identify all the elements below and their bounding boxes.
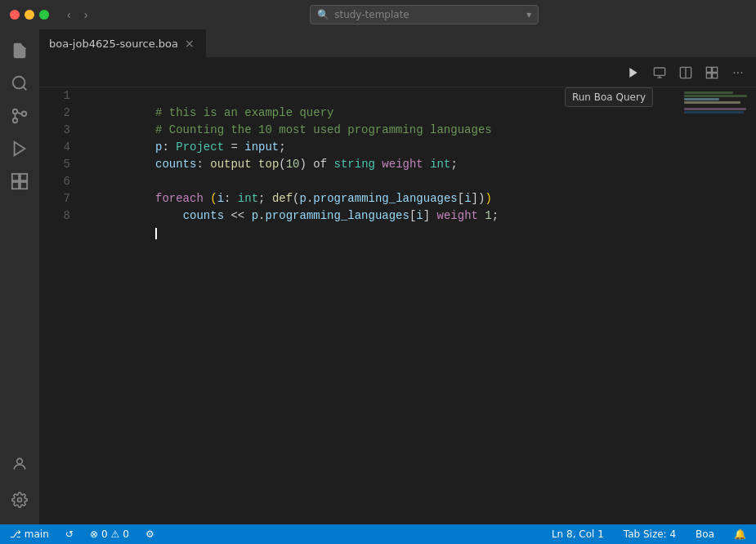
title-bar: ‹ › 🔍 study-template ▾ bbox=[0, 0, 756, 29]
minimap-line-1 bbox=[684, 91, 733, 94]
svg-rect-22 bbox=[706, 73, 711, 78]
sync-icon: ↺ bbox=[65, 528, 74, 540]
language-item[interactable]: Boa bbox=[692, 524, 718, 544]
svg-point-12 bbox=[17, 458, 23, 464]
close-button[interactable] bbox=[10, 10, 20, 20]
editor-area: boa-job4625-source.boa × Run Boa Query bbox=[39, 29, 756, 524]
svg-marker-14 bbox=[629, 68, 637, 78]
minimap-line-7 bbox=[684, 111, 744, 114]
activity-bar bbox=[0, 29, 39, 524]
line-numbers: 1 2 3 4 5 6 7 8 bbox=[39, 87, 80, 524]
svg-point-4 bbox=[22, 112, 27, 117]
text-cursor bbox=[155, 228, 157, 239]
code-editor[interactable]: 1 2 3 4 5 6 7 8 # this is an example que… bbox=[39, 87, 756, 524]
sync-item[interactable]: ↺ bbox=[62, 524, 77, 544]
position-label: Ln 8, Col 1 bbox=[552, 528, 604, 540]
chevron-down-icon: ▾ bbox=[526, 9, 531, 20]
svg-rect-11 bbox=[20, 182, 27, 189]
run-button-container: Run Boa Query bbox=[622, 61, 645, 84]
sidebar-item-run[interactable] bbox=[5, 134, 34, 163]
status-bar: ⎇ main ↺ ⊗ 0 ⚠ 0 ⚙ Ln 8, Col 1 Tab Size:… bbox=[0, 524, 756, 544]
position-item[interactable]: Ln 8, Col 1 bbox=[548, 524, 607, 544]
sidebar-item-account[interactable] bbox=[5, 449, 34, 479]
code-line-6: foreach (i: int; def(p.programming_langu… bbox=[87, 173, 676, 190]
run-boa-query-button[interactable] bbox=[622, 61, 645, 84]
branch-label: main bbox=[25, 528, 49, 540]
minimap-line-6 bbox=[684, 108, 746, 110]
svg-rect-8 bbox=[12, 174, 19, 181]
language-label: Boa bbox=[696, 528, 714, 540]
svg-point-3 bbox=[13, 118, 18, 123]
editor-header: Run Boa Query ··· bbox=[39, 58, 756, 87]
svg-rect-9 bbox=[20, 174, 27, 181]
split-editor-button[interactable] bbox=[674, 61, 697, 84]
forward-button[interactable]: › bbox=[79, 7, 93, 23]
warning-count: 0 bbox=[123, 528, 129, 540]
error-icon: ⊗ bbox=[90, 528, 98, 540]
svg-point-13 bbox=[18, 498, 22, 502]
layout-button[interactable] bbox=[700, 61, 723, 84]
errors-item[interactable]: ⊗ 0 ⚠ 0 bbox=[87, 524, 132, 544]
tab-size-item[interactable]: Tab Size: 4 bbox=[620, 524, 679, 544]
code-line-8 bbox=[87, 207, 676, 225]
code-content[interactable]: # this is an example query # Counting th… bbox=[80, 87, 682, 524]
maximize-button[interactable] bbox=[39, 10, 49, 20]
navigation-buttons: ‹ › bbox=[62, 7, 92, 23]
svg-rect-15 bbox=[654, 68, 664, 75]
sidebar-item-extensions[interactable] bbox=[5, 167, 34, 196]
minimize-button[interactable] bbox=[25, 10, 34, 20]
back-button[interactable]: ‹ bbox=[62, 7, 76, 23]
svg-point-0 bbox=[13, 77, 25, 89]
minimap-line-4 bbox=[684, 101, 740, 104]
tab-close-icon[interactable]: × bbox=[183, 36, 196, 51]
error-count: 0 bbox=[101, 528, 108, 540]
open-editors-button[interactable] bbox=[648, 61, 671, 84]
settings-item[interactable]: ⚙ bbox=[142, 524, 158, 544]
search-bar[interactable]: 🔍 study-template ▾ bbox=[310, 5, 539, 25]
minimap-line-3 bbox=[684, 98, 719, 100]
bell-icon: 🔔 bbox=[734, 528, 746, 540]
sidebar-item-search[interactable] bbox=[5, 69, 34, 98]
svg-rect-10 bbox=[12, 182, 19, 189]
code-line-1: # this is an example query bbox=[87, 87, 676, 105]
svg-line-6 bbox=[17, 112, 22, 114]
status-left: ⎇ main ↺ ⊗ 0 ⚠ 0 ⚙ bbox=[7, 524, 158, 544]
more-actions-button[interactable]: ··· bbox=[727, 61, 749, 84]
sidebar-item-source-control[interactable] bbox=[5, 101, 34, 131]
minimap-line-2 bbox=[684, 95, 747, 97]
minimap-line-5 bbox=[684, 105, 687, 107]
svg-marker-7 bbox=[15, 142, 25, 156]
search-text: study-template bbox=[334, 9, 409, 20]
tab-label: boa-job4625-source.boa bbox=[49, 38, 178, 50]
settings-icon: ⚙ bbox=[145, 528, 154, 540]
branch-item[interactable]: ⎇ main bbox=[7, 524, 52, 544]
minimap-line-8 bbox=[684, 114, 687, 117]
branch-icon: ⎇ bbox=[10, 528, 21, 540]
svg-rect-20 bbox=[706, 67, 711, 72]
warning-icon: ⚠ bbox=[111, 528, 120, 540]
sidebar-item-explorer[interactable] bbox=[5, 36, 34, 65]
svg-rect-21 bbox=[713, 67, 718, 72]
svg-line-1 bbox=[23, 87, 26, 90]
activity-bar-bottom bbox=[5, 449, 34, 518]
svg-rect-23 bbox=[713, 73, 718, 78]
search-icon: 🔍 bbox=[317, 9, 329, 20]
status-right: Ln 8, Col 1 Tab Size: 4 Boa 🔔 bbox=[548, 524, 749, 544]
svg-point-2 bbox=[13, 109, 18, 114]
sidebar-item-settings[interactable] bbox=[5, 485, 34, 515]
tab-boa-file[interactable]: boa-job4625-source.boa × bbox=[39, 29, 207, 57]
tab-size-label: Tab Size: 4 bbox=[624, 528, 676, 540]
tab-bar: boa-job4625-source.boa × bbox=[39, 29, 756, 58]
minimap bbox=[682, 87, 756, 524]
main-area: boa-job4625-source.boa × Run Boa Query bbox=[0, 29, 756, 524]
notifications-item[interactable]: 🔔 bbox=[731, 524, 749, 544]
window-controls bbox=[10, 10, 49, 20]
